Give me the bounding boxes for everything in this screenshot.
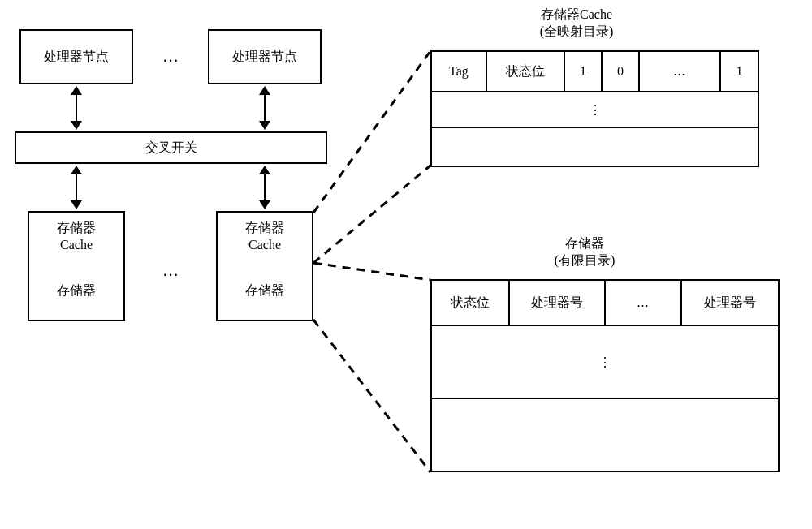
arrow-proc-right-crossbar [264, 95, 266, 121]
diagram-canvas: 处理器节点 … 处理器节点 交叉开关 存储器 Cache 存储器 … 存储器 C… [0, 0, 812, 529]
processor-node-right: 处理器节点 [208, 29, 322, 84]
table1-col-bitn: 1 [721, 52, 758, 91]
crossbar-label: 交叉开关 [145, 140, 197, 157]
table1-col-status: 状态位 [487, 52, 565, 91]
table2-title: 存储器 (有限目录) [503, 235, 666, 269]
table2-col-proc1: 处理器号 [510, 281, 606, 325]
processor-node-left: 处理器节点 [19, 29, 133, 84]
table1-col-dots: ... [640, 52, 721, 91]
table2-proc1-text: 处理器号 [531, 295, 583, 312]
memory-ellipsis: … [154, 260, 187, 281]
table2-col-procn: 处理器号 [682, 281, 778, 325]
table2-body-row2 [432, 399, 778, 472]
table1-body-row2 [432, 128, 758, 164]
svg-line-1 [313, 166, 430, 263]
table1-header-row: Tag 状态位 1 0 ... 1 [432, 52, 758, 92]
mem-cache-right: 存储器 Cache [216, 211, 313, 263]
table1-status-text: 状态位 [506, 63, 545, 80]
mem-right-label: 存储器 [245, 282, 284, 299]
table2-status-text: 状态位 [451, 295, 490, 312]
table1-b1-text: 1 [580, 64, 586, 79]
arrow-proc-left-crossbar [76, 95, 77, 121]
table2-dots-text: ... [637, 295, 650, 310]
svg-line-2 [313, 263, 430, 280]
table2-header-row: 状态位 处理器号 ... 处理器号 [432, 281, 778, 326]
processor-ellipsis: … [154, 45, 187, 67]
svg-line-0 [313, 51, 430, 213]
mem-left-label: 存储器 [57, 282, 96, 299]
table1-dots-text: ... [674, 64, 686, 79]
mem-right: 存储器 [216, 261, 313, 321]
table1-b0-text: 0 [617, 64, 624, 79]
processor-node-left-label: 处理器节点 [44, 49, 109, 66]
table2-procn-text: 处理器号 [704, 295, 756, 312]
table1-body-row1: ⋮ [432, 92, 758, 128]
table2-col-dots: ... [606, 281, 682, 325]
mem-cache-left-label: 存储器 Cache [57, 220, 96, 254]
table1-col-tag: Tag [432, 52, 487, 91]
arrow-crossbar-mem-left [76, 174, 77, 200]
mem-cache-left: 存储器 Cache [28, 211, 125, 263]
svg-line-3 [313, 320, 430, 472]
table2-vdots: ⋮ [598, 355, 611, 370]
table2-col-status: 状态位 [432, 281, 510, 325]
cache-full-directory-table: Tag 状态位 1 0 ... 1 ⋮ [430, 50, 759, 167]
mem-left: 存储器 [28, 261, 125, 321]
crossbar: 交叉开关 [15, 131, 327, 164]
table1-col-bit1: 1 [565, 52, 603, 91]
table1-bn-text: 1 [736, 64, 743, 79]
memory-limited-directory-table: 状态位 处理器号 ... 处理器号 ⋮ [430, 279, 780, 472]
mem-cache-right-label: 存储器 Cache [245, 220, 284, 254]
table1-title: 存储器Cache (全映射目录) [483, 6, 670, 41]
table1-tag-text: Tag [449, 64, 469, 79]
table1-vdots: ⋮ [589, 102, 602, 118]
arrow-crossbar-mem-right [264, 174, 266, 200]
table2-body-row1: ⋮ [432, 326, 778, 399]
table1-col-bit0: 0 [603, 52, 640, 91]
processor-node-right-label: 处理器节点 [232, 49, 297, 66]
